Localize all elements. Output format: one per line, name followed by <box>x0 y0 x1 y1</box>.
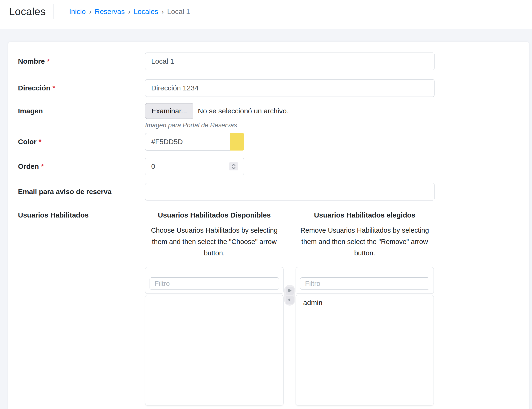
selector-arrows-pill <box>284 285 295 306</box>
breadcrumb-link-locales[interactable]: Locales <box>134 8 158 16</box>
required-marker: * <box>47 57 50 65</box>
field-label-orden: Orden * <box>18 158 145 175</box>
spinner-down-icon[interactable] <box>231 167 236 169</box>
imagen-file-control: Examinar... No se seleccionó un archivo.… <box>145 103 289 130</box>
required-marker: * <box>41 162 44 171</box>
choose-arrow-icon <box>287 288 292 293</box>
available-users-list[interactable] <box>145 295 284 405</box>
field-label-direccion: Dirección * <box>18 79 145 97</box>
email-aviso-input[interactable] <box>145 183 434 200</box>
breadcrumb-separator: › <box>161 8 164 16</box>
available-users-column: Usuarios Habilitados Disponibles Choose … <box>145 211 284 405</box>
nombre-input[interactable] <box>145 53 434 70</box>
header-divider <box>53 4 54 19</box>
breadcrumb-separator: › <box>128 8 130 16</box>
imagen-help-text: Imagen para Portal de Reservas <box>145 121 289 130</box>
breadcrumb: Inicio › Reservas › Locales › Local 1 <box>69 8 190 16</box>
available-filter-input[interactable] <box>150 277 279 290</box>
chosen-users-column: Usuarios Habilitados elegidos Remove Usu… <box>296 211 434 405</box>
direccion-input[interactable] <box>145 79 434 97</box>
selector-arrows-gap <box>284 211 296 405</box>
field-row-imagen: Imagen Examinar... No se seleccionó un a… <box>18 103 529 130</box>
color-input[interactable] <box>145 133 230 150</box>
breadcrumb-separator: › <box>89 8 91 16</box>
field-row-orden: Orden * <box>18 158 529 175</box>
field-label-nombre: Nombre * <box>18 53 145 70</box>
field-row-direccion: Dirección * <box>18 79 529 97</box>
field-label-email: Email para aviso de reserva <box>18 183 145 200</box>
browse-file-button[interactable]: Examinar... <box>145 103 193 119</box>
available-column-title: Usuarios Habilitados Disponibles <box>145 211 284 219</box>
list-item-admin[interactable]: admin <box>296 298 433 307</box>
chosen-filter-box <box>296 267 434 294</box>
field-row-usuarios-habilitados: Usuarios Habilitados Usuarios Habilitado… <box>18 211 529 405</box>
remove-arrow-icon <box>287 297 292 302</box>
field-label-color: Color * <box>18 133 145 150</box>
field-row-email: Email para aviso de reserva <box>18 183 529 200</box>
breadcrumb-current: Local 1 <box>167 8 190 16</box>
edit-form-card: Nombre * Dirección * Imagen Examinar... … <box>8 42 529 409</box>
spinner-up-icon[interactable] <box>231 164 236 166</box>
color-swatch[interactable] <box>230 133 244 150</box>
available-filter-box <box>145 267 284 294</box>
chosen-users-list[interactable]: admin <box>296 295 434 405</box>
available-column-help: Choose Usuarios Habilitados by selecting… <box>145 225 284 259</box>
remove-arrow-button[interactable] <box>286 296 294 304</box>
choose-arrow-button[interactable] <box>286 287 294 295</box>
breadcrumb-link-reservas[interactable]: Reservas <box>95 8 125 16</box>
field-row-color: Color * <box>18 133 529 150</box>
orden-number-control <box>145 158 244 175</box>
field-label-usuarios: Usuarios Habilitados <box>18 211 145 405</box>
page-title: Locales <box>9 6 46 18</box>
number-spinner[interactable] <box>229 162 238 170</box>
required-marker: * <box>39 138 41 146</box>
field-row-nombre: Nombre * <box>18 53 529 70</box>
color-picker-control <box>145 133 244 150</box>
content-header: Locales Inicio › Reservas › Locales › Lo… <box>0 0 532 29</box>
breadcrumb-link-inicio[interactable]: Inicio <box>69 8 86 16</box>
chosen-column-help: Remove Usuarios Habilitados by selecting… <box>296 225 434 259</box>
required-marker: * <box>53 84 55 92</box>
chosen-filter-input[interactable] <box>300 277 429 290</box>
chosen-column-title: Usuarios Habilitados elegidos <box>296 211 434 219</box>
field-label-imagen: Imagen <box>18 103 145 130</box>
file-status-text: No se seleccionó un archivo. <box>198 107 289 115</box>
